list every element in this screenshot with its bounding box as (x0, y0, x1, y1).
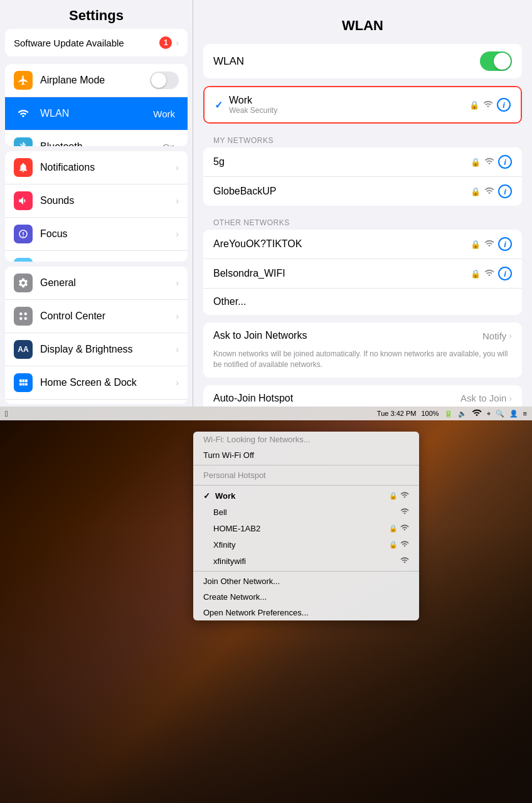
network-other-name-wrap: Other... (213, 296, 512, 307)
wlan-toggle[interactable] (480, 51, 512, 71)
bluetooth-label: Bluetooth (40, 141, 162, 146)
globe-wifi-icon (484, 186, 494, 198)
wlan-toggle-section: WLAN (203, 44, 522, 78)
network-other-name: Other... (213, 296, 246, 307)
sidebar-item-screen-time[interactable]: Screen Time › (5, 251, 188, 261)
sidebar-item-general[interactable]: General › (5, 267, 188, 300)
bluetooth-icon (14, 137, 33, 146)
home1ab2-lock-icon: 🔒 (389, 524, 398, 533)
software-update-row[interactable]: Software Update Available 1 › (5, 29, 188, 56)
connected-info-icon[interactable]: i (497, 98, 511, 112)
5g-info-icon[interactable]: i (498, 155, 512, 169)
search-icon[interactable]: 🔍 (496, 410, 504, 418)
sidebar-item-display[interactable]: AA Display & Brightness › (5, 333, 188, 366)
settings-layout: Settings Software Update Available 1 › A… (0, 0, 532, 407)
network-row-globebackup[interactable]: GlobeBackUP 🔒 i (203, 177, 522, 206)
sidebar-item-notifications[interactable]: Notifications › (5, 151, 188, 184)
network-row-belsondra[interactable]: Belsondra_WIFI 🔒 i (203, 259, 522, 289)
sidebar-item-focus[interactable]: Focus › (5, 218, 188, 251)
globe-info-icon[interactable]: i (498, 184, 512, 198)
network-row-5g[interactable]: 5g 🔒 i (203, 147, 522, 177)
network-areyouok-name-wrap: AreYouOK?TIKTOK (213, 238, 471, 250)
sounds-icon (14, 191, 33, 210)
turn-wifi-off-item[interactable]: Turn Wi-Fi Off (193, 447, 419, 463)
areyouok-info-icon[interactable]: i (498, 237, 512, 251)
network-globe-name-wrap: GlobeBackUP (213, 186, 471, 197)
belsondra-info-icon[interactable]: i (498, 267, 512, 280)
work-lock-icon: 🔒 (389, 492, 398, 500)
auto-join-section: Auto-Join Hotspot Ask to Join › Allow th… (203, 385, 522, 407)
sidebar-item-accessibility[interactable]: Accessibility › (5, 400, 188, 404)
sidebar-item-wlan[interactable]: WLAN Work (5, 97, 188, 130)
xfinitywifi-wifi-icon (400, 556, 409, 566)
control-center-chevron: › (176, 311, 179, 321)
xfinitywifi-network-icons (400, 556, 409, 566)
auto-join-row[interactable]: Auto-Join Hotspot Ask to Join › (203, 385, 522, 407)
5g-lock-icon: 🔒 (471, 157, 481, 167)
control-center-icon (14, 307, 33, 326)
dropdown-divider-1 (193, 465, 419, 465)
network-row-areyouok[interactable]: AreYouOK?TIKTOK 🔒 i (203, 230, 522, 259)
wifi-network-xfinitywifi[interactable]: xfinitywifi (193, 553, 419, 569)
general-icon (14, 274, 33, 292)
network-areyouok-icons: 🔒 i (471, 237, 512, 251)
sidebar-item-airplane[interactable]: Airplane Mode (5, 64, 188, 97)
wlan-label: WLAN (40, 108, 153, 119)
svg-point-2 (19, 317, 23, 320)
general-label: General (40, 277, 176, 289)
software-update-label: Software Update Available (14, 38, 159, 48)
screen-time-icon (14, 258, 33, 261)
join-other-network-item[interactable]: Join Other Network... (193, 573, 419, 589)
home1ab2-network-icons: 🔒 (389, 523, 409, 533)
network-belsondra-name-wrap: Belsondra_WIFI (213, 268, 471, 279)
focus-chevron: › (176, 229, 179, 239)
network-row-other[interactable]: Other... (203, 289, 522, 315)
network-5g-icons: 🔒 i (471, 155, 512, 169)
network-areyouok-name: AreYouOK?TIKTOK (213, 238, 302, 249)
menu-bar-left:  (5, 409, 8, 418)
ask-to-join-description: Known networks will be joined automatica… (203, 349, 522, 378)
wifi-network-xfinity[interactable]: Xfinity 🔒 (193, 536, 419, 553)
sidebar-item-sounds[interactable]: Sounds › (5, 184, 188, 218)
auto-join-chevron: › (509, 393, 512, 403)
apple-logo:  (5, 409, 8, 418)
ask-to-join-chevron: › (509, 331, 512, 341)
network-globe-name: GlobeBackUP (213, 186, 277, 196)
network-globe-icons: 🔒 i (471, 184, 512, 198)
wifi-network-bell[interactable]: Bell (193, 504, 419, 520)
airplane-toggle[interactable] (150, 72, 179, 89)
ask-to-join-row[interactable]: Ask to Join Networks Notify › (203, 322, 522, 349)
bell-network-label: Bell (213, 508, 227, 517)
my-networks-header: MY NETWORKS (203, 131, 522, 147)
volume-icon[interactable]: 🔈 (458, 410, 467, 418)
wifi-menu-icon[interactable] (472, 408, 482, 419)
wlan-toggle-row[interactable]: WLAN (203, 44, 522, 78)
home1ab2-wifi-icon (400, 523, 409, 533)
sidebar-item-home-screen[interactable]: Home Screen & Dock › (5, 366, 188, 400)
battery-icon: 🔋 (444, 410, 453, 418)
sidebar-item-control-center[interactable]: Control Center › (5, 300, 188, 333)
wifi-network-home1ab2[interactable]: HOME-1AB2 🔒 (193, 520, 419, 536)
focus-label: Focus (40, 228, 176, 240)
sounds-chevron: › (176, 196, 179, 206)
sidebar-item-bluetooth[interactable]: Bluetooth On (5, 130, 188, 146)
connected-lock-icon: 🔒 (469, 100, 479, 110)
display-icon: AA (14, 340, 33, 359)
network-5g-name-wrap: 5g (213, 156, 471, 168)
wlan-icon (14, 104, 33, 123)
my-networks-section: 5g 🔒 i GlobeBackUP 🔒 (203, 147, 522, 206)
sidebar-section-system: General › Control Center › AA Display & … (5, 267, 188, 404)
menu-bar-time: Tue 3:42 PM (377, 410, 417, 417)
mac-menu-bar:  Tue 3:42 PM 100% 🔋 🔈 ⌖ 🔍 👤 ≡ (0, 407, 532, 420)
wifi-network-work[interactable]: Work 🔒 (193, 487, 419, 504)
connected-network-row[interactable]: ✓ Work Weak Security 🔒 i (205, 87, 521, 122)
open-network-prefs-item[interactable]: Open Network Preferences... (193, 605, 419, 620)
work-network-label: Work (215, 491, 235, 501)
create-network-item[interactable]: Create Network... (193, 589, 419, 605)
control-center-label: Control Center (40, 311, 176, 322)
menu-bar-battery: 100% (421, 410, 439, 417)
work-wifi-icon (400, 491, 409, 501)
connected-network-name: Work (229, 95, 469, 106)
svg-point-1 (24, 312, 28, 316)
connected-network-name-wrap: Work Weak Security (229, 95, 469, 115)
